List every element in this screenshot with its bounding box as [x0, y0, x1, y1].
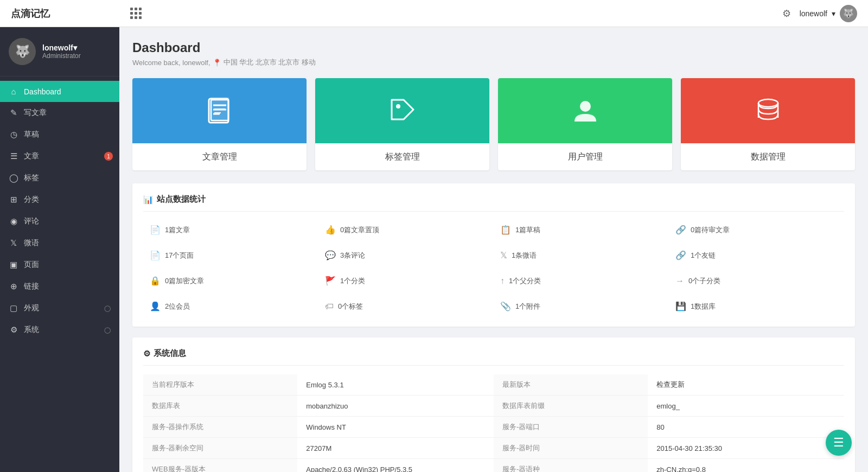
quick-card-tags[interactable]: 标签管理 — [315, 78, 489, 170]
sysinfo-value: emlog_ — [648, 396, 844, 417]
welcome-text: Welcome back, lonewolf, — [132, 59, 210, 67]
quick-cards: 文章管理 标签管理 用户管理 数据管理 — [132, 78, 855, 170]
stats-section: 📊 站点数据统计 📄 1篇文章 👍 0篇文章置顶 📋 1篇草稿 🔗 — [132, 183, 855, 327]
sidebar-item-pages[interactable]: ▣ 页面 — [0, 254, 119, 276]
app-logo: 点滴记忆 — [11, 7, 130, 20]
svg-point-10 — [580, 101, 591, 112]
stat-microblog-text: 1条微语 — [512, 251, 537, 260]
sysinfo-label: 服务-器剩余空间 — [143, 438, 297, 459]
stat-attachments-text: 1个附件 — [515, 302, 540, 311]
sysinfo-label: 服务-器时间 — [494, 438, 648, 459]
sidebar: 🐺 lonewolf▾ Administrator ⌂ Dashboard ✎ … — [0, 27, 119, 472]
sysinfo-label: 数据库表 — [143, 396, 297, 417]
stats-title: 📊 站点数据统计 — [143, 194, 844, 212]
users-card-icon — [498, 78, 672, 143]
stat-child-cats-text: 0个子分类 — [688, 276, 720, 286]
sysinfo-value: Windows NT — [297, 417, 494, 438]
data-card-icon — [681, 78, 855, 143]
stat-encrypted: 🔒 0篇加密文章 — [143, 271, 318, 290]
quick-card-users[interactable]: 用户管理 — [498, 78, 672, 170]
sidebar-item-appearance[interactable]: ▢ 外观 ◯ — [0, 297, 119, 319]
sysinfo-label: 服务-器语种 — [494, 459, 648, 473]
stat-encrypted-text: 0篇加密文章 — [165, 276, 204, 286]
stat-articles-text: 1篇文章 — [165, 225, 190, 235]
sysinfo-row: 当前程序版本 Emlog 5.3.1 最新版本 检查更新 — [143, 374, 844, 396]
sysinfo-value: 80 — [648, 417, 844, 438]
stat-tags: 🏷 0个标签 — [318, 297, 494, 316]
sidebar-item-write[interactable]: ✎ 写文章 — [0, 102, 119, 124]
data-card-label: 数据管理 — [681, 143, 855, 170]
sidebar-item-system[interactable]: ⚙ 系统 ◯ — [0, 319, 119, 341]
settings-icon[interactable]: ⚙ — [782, 8, 791, 20]
stat-attachments: 📎 1个附件 — [494, 297, 669, 316]
sidebar-item-drafts[interactable]: ◷ 草稿 — [0, 124, 119, 145]
sidebar-label-appearance: 外观 — [24, 303, 39, 313]
sidebar-item-categories[interactable]: ⊞ 分类 — [0, 189, 119, 211]
stat-pinned-text: 0篇文章置顶 — [340, 225, 379, 235]
sidebar-label-write: 写文章 — [24, 108, 47, 118]
user-arrow-icon: ▾ — [832, 9, 835, 18]
stat-db-icon: 💾 — [675, 301, 686, 311]
sysinfo-value: 27207M — [297, 438, 494, 459]
stat-tags-icon: 🏷 — [325, 302, 334, 311]
articles-badge: 1 — [104, 152, 113, 161]
comments-icon: ◉ — [9, 216, 18, 226]
stat-comments: 💬 3条评论 — [318, 246, 494, 265]
stat-drafts: 📋 1篇草稿 — [494, 220, 669, 239]
sidebar-item-links[interactable]: ⊕ 链接 — [0, 276, 119, 297]
stat-articles: 📄 1篇文章 — [143, 220, 318, 239]
stat-pinned: 👍 0篇文章置顶 — [318, 220, 494, 239]
svg-point-11 — [758, 99, 778, 107]
stat-pages: 📄 17个页面 — [143, 246, 318, 265]
grid-menu-icon[interactable] — [130, 8, 782, 19]
sidebar-item-tags[interactable]: ◯ 标签 — [0, 167, 119, 189]
sidebar-label-links: 链接 — [24, 282, 39, 291]
sidebar-item-comments[interactable]: ◉ 评论 — [0, 211, 119, 232]
articles-card-label: 文章管理 — [132, 143, 307, 170]
sidebar-item-articles[interactable]: ☰ 文章 1 — [0, 145, 119, 167]
stat-parent-cats: ↑ 1个父分类 — [494, 271, 669, 290]
sysinfo-label: 当前程序版本 — [143, 374, 297, 396]
page-header: Dashboard Welcome back, lonewolf, 📍 中国 华… — [132, 40, 855, 67]
stat-pending: 🔗 0篇待审文章 — [669, 220, 844, 239]
stat-friendlinks: 🔗 1个友链 — [669, 246, 844, 265]
sysinfo-label: 服务-器操作系统 — [143, 417, 297, 438]
sidebar-label-dashboard: Dashboard — [24, 87, 61, 96]
stat-drafts-icon: 📋 — [500, 225, 511, 235]
fab-button[interactable]: ☰ — [826, 430, 852, 456]
main-content: Dashboard Welcome back, lonewolf, 📍 中国 华… — [119, 27, 868, 472]
sysinfo-value: zh-CN,zh;q=0.8 — [648, 459, 844, 473]
stats-bar-icon: 📊 — [143, 195, 154, 205]
sysinfo-label: 最新版本 — [494, 374, 648, 396]
articles-icon: ☰ — [9, 151, 18, 161]
appearance-icon: ▢ — [9, 303, 18, 313]
stat-microblog-icon: 𝕏 — [500, 250, 507, 260]
sidebar-item-dashboard[interactable]: ⌂ Dashboard — [0, 81, 119, 102]
sysinfo-label: 服务-器端口 — [494, 417, 648, 438]
svg-point-9 — [396, 104, 400, 109]
quick-card-data[interactable]: 数据管理 — [681, 78, 855, 170]
sysinfo-row: 数据库表 mobanzhizuo 数据库表前缀 emlog_ — [143, 396, 844, 417]
stat-tags-text: 0个标签 — [338, 302, 363, 311]
stat-categories: 🚩 1个分类 — [318, 271, 494, 290]
sidebar-nav: ⌂ Dashboard ✎ 写文章 ◷ 草稿 ☰ 文章 1 ◯ 标签 ⊞ — [0, 76, 119, 472]
stat-pending-text: 0篇待审文章 — [691, 225, 730, 235]
sidebar-item-microblog[interactable]: 𝕏 微语 — [0, 232, 119, 254]
sidebar-label-system: 系统 — [24, 325, 39, 335]
stat-parent-cats-icon: ↑ — [500, 276, 505, 286]
appearance-arrow: ◯ — [104, 305, 111, 312]
stat-attachments-icon: 📎 — [500, 301, 511, 311]
sidebar-label-comments: 评论 — [24, 216, 39, 226]
stat-members-icon: 👤 — [150, 301, 161, 311]
quick-card-articles[interactable]: 文章管理 — [132, 78, 307, 170]
sysinfo-value: 2015-04-30 21:35:30 — [648, 438, 844, 459]
sysinfo-row: WEB服务-器版本 Apache/2.0.63 (Win32) PHP/5.3.… — [143, 459, 844, 473]
sidebar-label-tags: 标签 — [24, 173, 39, 183]
location-text: 中国 华北 北京市 北京市 移动 — [224, 58, 316, 67]
sidebar-role: Administrator — [42, 52, 81, 60]
top-avatar: 🐺 — [840, 5, 857, 22]
sysinfo-value: Apache/2.0.63 (Win32) PHP/5.3.5 — [297, 459, 494, 473]
user-menu[interactable]: lonewolf ▾ 🐺 — [800, 5, 857, 22]
write-icon: ✎ — [9, 108, 18, 118]
sidebar-label-categories: 分类 — [24, 195, 39, 205]
